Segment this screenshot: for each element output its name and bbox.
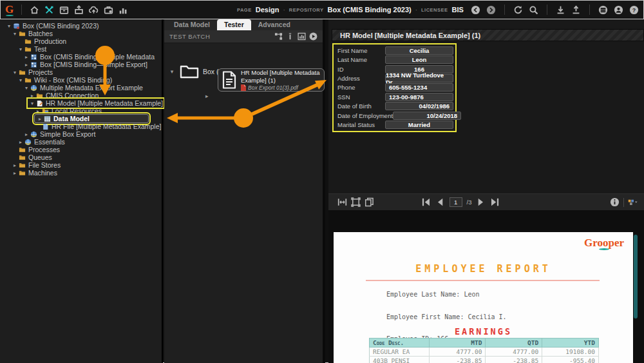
tree-item-multiple-metadata-export-example[interactable]: ▾Multiple Metadata Export Example [0, 84, 162, 92]
tab-data-model[interactable]: Data Model [167, 19, 217, 30]
services-icon[interactable] [104, 5, 113, 15]
tab-bar: Data ModelTesterAdvanced [164, 19, 323, 30]
node-tree: ▾Box (CMIS Binding 2023)▾BatchesProducti… [0, 19, 162, 177]
filter-icon[interactable] [286, 32, 294, 41]
page-value[interactable]: Design [256, 6, 279, 14]
export-box-icon[interactable] [74, 5, 84, 15]
expand-arrow[interactable]: ▾ [5, 23, 13, 29]
refresh-icon[interactable] [513, 5, 523, 15]
test-batch-toolbar [274, 32, 317, 41]
expand-arrow[interactable]: ▾ [28, 101, 36, 106]
tree-item-production[interactable]: Production [0, 37, 162, 45]
field-value[interactable]: Cecilia [385, 46, 453, 55]
tree-item-hr-model-multiple-metadata-example[interactable]: ▾HR Model [Multiple Metadata Example] [0, 99, 162, 107]
tab-tester[interactable]: Tester [217, 19, 251, 30]
tree-item-label: Queues [28, 153, 52, 161]
forward-circle-icon[interactable] [486, 5, 496, 15]
info-icon[interactable] [610, 197, 620, 207]
next-page-icon[interactable] [476, 197, 486, 207]
stats-icon[interactable] [118, 5, 128, 15]
expand-arrow[interactable]: ▾ [17, 77, 24, 83]
expand-arrow[interactable]: ▸ [23, 62, 30, 68]
document-page[interactable]: Grooper EMPLOYEE REPORT Employee Last Na… [334, 232, 633, 363]
search-icon[interactable] [529, 5, 538, 15]
expand-arrow[interactable]: ▾ [17, 46, 24, 52]
tree-item-data-model[interactable]: ▸Data Model [0, 115, 162, 123]
tree-item-machines[interactable]: ▸Machines [0, 169, 162, 177]
tree-item-test[interactable]: ▾Test [0, 45, 162, 53]
tree-item-file-stores[interactable]: ▸File Stores [0, 161, 162, 169]
table-cell: REGULAR EA [370, 348, 430, 357]
expand-arrow[interactable]: ▸ [23, 132, 30, 137]
storage-icon[interactable] [59, 5, 69, 15]
database-icon[interactable] [598, 5, 608, 15]
expand-arrow[interactable]: ▸ [205, 93, 209, 99]
tab-advanced[interactable]: Advanced [251, 19, 298, 30]
tree-item-processes[interactable]: Processes [0, 146, 162, 153]
expand-arrow[interactable]: ▾ [11, 70, 19, 75]
viewer-scrollbar[interactable] [634, 235, 638, 319]
layout-icon[interactable] [628, 197, 638, 207]
expand-arrow[interactable]: ▾ [11, 31, 19, 37]
field-value[interactable]: 123-00-9876 [385, 93, 453, 101]
expand-arrow[interactable]: ▸ [28, 93, 36, 99]
expand-arrow[interactable]: ▸ [11, 162, 19, 168]
field-value[interactable]: 10/24/2018 [393, 112, 461, 120]
tree-item-wiki-box-cmis-binding[interactable]: ▾Wiki - Box (CMIS Binding) [0, 76, 162, 84]
fit-width-icon[interactable] [337, 197, 347, 207]
field-value[interactable]: Married [385, 121, 453, 129]
project-icon [30, 84, 37, 92]
play-icon[interactable] [309, 32, 317, 41]
folder-icon [180, 63, 199, 79]
document-card[interactable]: HR Model [Multiple Metadata Example] (1)… [218, 68, 325, 92]
tree-item-box-cmis-binding-simple-export[interactable]: ▸Box [CMIS Binding—Simple Export] [0, 61, 162, 68]
field-value[interactable]: 1334 NW Turtledove Dr. [385, 74, 453, 83]
viewer-toolbar: 1 /3 [328, 193, 644, 211]
tree-item-simple-box-export[interactable]: ▸Simple Box Export [0, 130, 162, 138]
expand-arrow[interactable]: ▸ [23, 54, 30, 60]
last-page-icon[interactable] [490, 197, 500, 207]
tree-item-queues[interactable]: Queues [0, 153, 162, 161]
tree-item-batches[interactable]: ▾Batches [0, 30, 162, 37]
expand-arrow[interactable]: ▸ [17, 139, 24, 145]
first-page-icon[interactable] [421, 197, 431, 207]
separator: · [283, 6, 285, 14]
repository-value[interactable]: Box (CMIS Binding 2023) [328, 6, 412, 14]
account-icon[interactable] [614, 5, 623, 15]
grooper-logo[interactable]: G [5, 4, 14, 16]
pages-icon[interactable] [365, 197, 374, 207]
tree-item-cmis-connection[interactable]: ▸CMIS Connection [0, 92, 162, 99]
tree-item-box-cmis-binding-multiple-metadata[interactable]: ▸Box (CMIS Binding) Multiple Metadata [0, 53, 162, 61]
table-cell: 403B PENSI [370, 357, 430, 363]
tools-icon[interactable] [44, 5, 54, 15]
chart-icon[interactable] [298, 32, 306, 41]
help-icon[interactable]: ? [629, 5, 639, 15]
tree-item-box-cmis-binding-2023[interactable]: ▾Box (CMIS Binding 2023) [0, 22, 162, 30]
tree-item-projects[interactable]: ▾Projects [0, 68, 162, 76]
upload-icon[interactable] [571, 5, 581, 15]
selection-icon[interactable] [351, 197, 361, 207]
back-circle-icon[interactable] [471, 5, 480, 15]
field-value[interactable]: 605-555-1234 [385, 83, 453, 92]
extracted-model-header: HR Model [Multiple Metadata Example] (1) [332, 29, 644, 41]
field-label: Last Name [334, 56, 385, 63]
folder-icon [19, 69, 26, 76]
field-value[interactable]: Leon [385, 55, 453, 64]
table-icon [44, 115, 51, 123]
expand-arrow[interactable]: ▸ [34, 108, 42, 114]
home-icon[interactable] [30, 5, 39, 15]
expand-arrow[interactable]: ▸ [36, 116, 44, 122]
cloud-upload-icon[interactable] [89, 5, 99, 15]
expand-arrow[interactable]: ▸ [11, 170, 19, 176]
tree-item-essentials[interactable]: ▸Essentials [0, 138, 162, 146]
hierarchy-icon[interactable] [274, 32, 283, 41]
page-number-input[interactable]: 1 [450, 197, 462, 207]
tree-item-hr-file-multiple-metadata-example[interactable]: HR File [Multiple Metadata Example] [0, 123, 162, 130]
expand-arrow[interactable]: ▾ [23, 85, 30, 91]
prev-page-icon[interactable] [435, 197, 445, 207]
expand-arrow[interactable]: ▾ [168, 68, 176, 75]
document-card-file[interactable]: Box Export 01(3).pdf [241, 84, 320, 91]
field-value[interactable]: 04/02/1986 [385, 102, 453, 110]
download-icon[interactable] [556, 5, 565, 15]
batch-icon [30, 54, 37, 61]
